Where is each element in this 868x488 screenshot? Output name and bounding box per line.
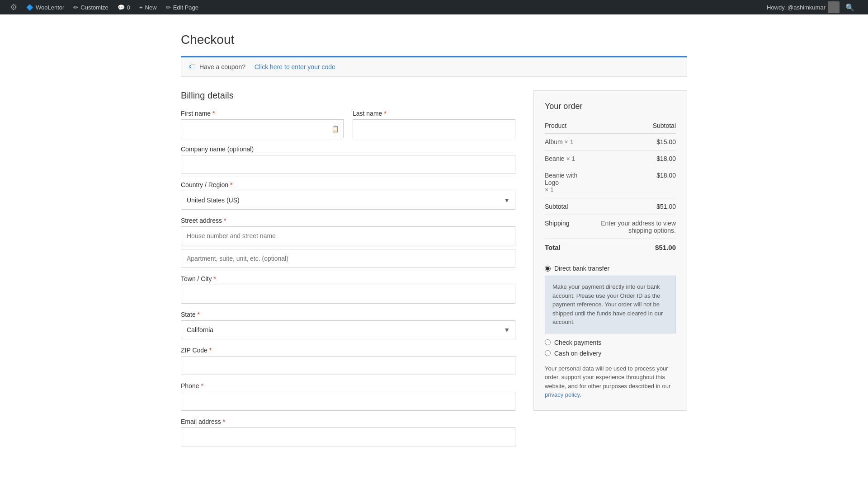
customize-button[interactable]: ✏ Customize [69,0,113,14]
payment-label-cash[interactable]: Cash on delivery [554,350,601,357]
country-row: Country / Region * United States (US) ▼ [181,181,515,210]
phone-input[interactable] [181,392,515,411]
company-row: Company name (optional) [181,145,515,174]
new-button[interactable]: + New [135,0,161,14]
payment-description-direct-bank: Make your payment directly into our bank… [545,276,676,333]
order-item-album-price: $15.00 [585,133,676,150]
phone-row: Phone * [181,382,515,411]
street-input-1[interactable] [181,226,515,245]
zip-required: * [209,347,212,354]
order-item-beanie: Beanie × 1 $18.00 [545,150,676,167]
first-name-required: * [212,110,215,117]
zip-row: ZIP Code * [181,347,515,375]
order-column: Your order Product Subtotal Album × 1 [533,90,687,411]
country-label: Country / Region * [181,181,515,188]
coupon-icon: 🏷 [189,63,196,71]
street-input-2[interactable] [181,249,515,268]
email-row: Email address * [181,418,515,446]
state-required: * [198,311,200,318]
payment-label-check[interactable]: Check payments [554,339,601,346]
subtotal-row: Subtotal $51.00 [545,198,676,215]
last-name-input[interactable] [353,119,515,138]
billing-column: Billing details First name * 📋 [181,90,515,454]
town-required: * [213,275,216,282]
first-name-icon: 📋 [331,125,339,132]
street-row: Street address * [181,217,515,268]
payment-radio-cash[interactable] [545,350,551,356]
subtotal-label: Subtotal [545,198,585,215]
email-label: Email address * [181,418,515,425]
privacy-policy-link[interactable]: privacy policy [545,391,580,398]
last-name-label: Last name * [353,110,515,117]
state-select[interactable]: California [181,320,515,339]
page-wrapper: Checkout 🏷 Have a coupon? Click here to … [0,14,868,488]
company-label: Company name (optional) [181,145,515,153]
order-item-beanie-name: Beanie × 1 [545,150,585,167]
first-name-input-wrap: 📋 [181,119,344,138]
content-area: Checkout 🏷 Have a coupon? Click here to … [172,14,696,481]
shipping-label: Shipping [545,215,585,239]
payment-label-direct-bank[interactable]: Direct bank transfer [554,265,609,272]
street-label: Street address * [181,217,515,224]
order-item-beanie-price: $18.00 [585,150,676,167]
town-label: Town / City * [181,275,515,282]
payment-radio-check[interactable] [545,339,551,345]
subtotal-value: $51.00 [585,198,676,215]
last-name-required: * [384,110,386,117]
product-col-header: Product [545,118,585,133]
shipping-value: Enter your address to view shipping opti… [585,215,676,239]
first-name-input[interactable] [181,119,344,138]
order-item-album-name: Album × 1 [545,133,585,150]
admin-bar: ⚙ 🔷 WooLentor ✏ Customize 💬 0 + New ✏ Ed… [0,0,868,14]
page-title: Checkout [181,33,687,47]
first-name-field: First name * 📋 [181,110,344,138]
order-title: Your order [545,102,676,111]
woolentor-button[interactable]: 🔷 WooLentor [22,0,69,14]
billing-section-title: Billing details [181,90,515,101]
email-required: * [223,418,225,425]
payment-radio-direct-bank[interactable] [545,266,551,272]
phone-required: * [201,382,203,389]
order-item-beanie-logo-name: Beanie with Logo× 1 [545,167,585,198]
state-label: State * [181,311,515,318]
checkout-layout: Billing details First name * 📋 [181,90,687,454]
order-box: Your order Product Subtotal Album × 1 [533,90,687,411]
subtotal-col-header: Subtotal [585,118,676,133]
payment-section: Direct bank transfer Make your payment d… [545,265,676,399]
zip-input[interactable] [181,356,515,375]
comments-button[interactable]: 💬 0 [113,0,135,14]
search-icon[interactable]: 🔍 [842,3,858,12]
admin-greeting: Howdy, @ashimkumar 🔍 [762,1,863,13]
name-row: First name * 📋 Last name * [181,110,515,138]
last-name-field: Last name * [353,110,515,138]
street-required: * [224,217,226,224]
country-required: * [230,181,232,188]
town-input[interactable] [181,285,515,304]
email-input[interactable] [181,427,515,446]
order-item-album: Album × 1 $15.00 [545,133,676,150]
payment-option-direct-bank: Direct bank transfer [545,265,676,272]
payment-option-check: Check payments [545,339,676,346]
town-row: Town / City * [181,275,515,304]
first-name-label: First name * [181,110,344,117]
admin-avatar [828,1,840,13]
order-table: Product Subtotal Album × 1 $15.00 [545,118,676,256]
order-item-beanie-logo-price: $18.00 [585,167,676,198]
order-item-beanie-logo: Beanie with Logo× 1 $18.00 [545,167,676,198]
edit-page-button[interactable]: ✏ Edit Page [161,0,203,14]
coupon-notice-wrap: 🏷 Have a coupon? Click here to enter you… [181,56,687,77]
country-select-wrap: United States (US) ▼ [181,191,515,210]
privacy-notice: Your personal data will be used to proce… [545,364,676,399]
state-row: State * California ▼ [181,311,515,339]
payment-option-cash: Cash on delivery [545,350,676,357]
country-select[interactable]: United States (US) [181,191,515,210]
company-input[interactable] [181,155,515,174]
total-value: $51.00 [585,239,676,256]
phone-label: Phone * [181,382,515,389]
coupon-link[interactable]: Click here to enter your code [255,63,335,70]
shipping-row: Shipping Enter your address to view ship… [545,215,676,239]
total-label: Total [545,239,585,256]
state-select-wrap: California ▼ [181,320,515,339]
wp-logo-button[interactable]: ⚙ [5,0,22,14]
zip-label: ZIP Code * [181,347,515,354]
